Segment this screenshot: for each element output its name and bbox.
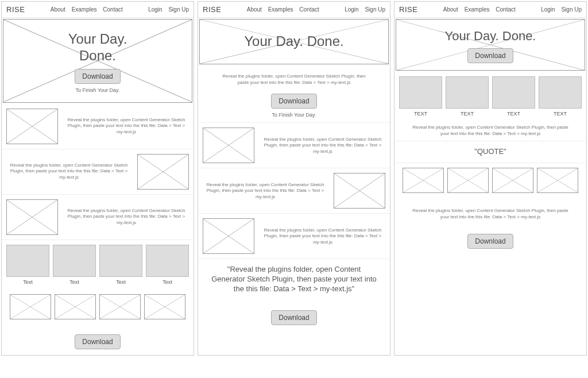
- layout-variant-3: RISE About Examples Contact Login Sign U…: [394, 1, 587, 356]
- nav-about[interactable]: About: [443, 6, 458, 13]
- login-link[interactable]: Login: [541, 6, 555, 13]
- image-placeholder: [10, 294, 51, 319]
- nav-auth: Login Sign Up: [144, 6, 189, 13]
- signup-link[interactable]: Sign Up: [365, 6, 385, 13]
- grid-caption: Text: [69, 279, 79, 285]
- grid-caption: Text: [163, 279, 172, 285]
- grid-caption: TEXT: [554, 111, 567, 117]
- nav-auth: Login Sign Up: [536, 6, 582, 13]
- cta-section: Download: [2, 324, 194, 355]
- header: RISE About Examples Contact Login Sign U…: [394, 2, 586, 18]
- thumbnail-row: [2, 290, 194, 324]
- nav-contact[interactable]: Contact: [496, 6, 515, 13]
- hero-tagline: To Finish Your Day.: [8, 87, 187, 93]
- logo: RISE: [6, 5, 25, 14]
- download-button[interactable]: Download: [75, 69, 120, 84]
- header: RISE About Examples Contact Login Sign U…: [2, 2, 194, 18]
- logo: RISE: [399, 5, 417, 14]
- layout-variant-2: RISE About Examples Contact Login Sign U…: [198, 1, 390, 356]
- feature-text: Reveal the plugins folder, open Content …: [260, 137, 385, 155]
- feature-text: Reveal the plugins folder, open Content …: [203, 182, 328, 200]
- intro-section: Reveal the plugins folder, open Content …: [198, 65, 390, 124]
- feature-grid: Text Text Text Text: [2, 240, 194, 290]
- nav-examples[interactable]: Examples: [268, 6, 293, 13]
- feature-row-3: Reveal the plugins folder, open Content …: [2, 195, 194, 240]
- feature-row-2: Reveal the plugins folder, open Content …: [198, 168, 390, 214]
- hero: Your Day. Done.: [199, 19, 389, 64]
- login-link[interactable]: Login: [345, 6, 358, 13]
- signup-link[interactable]: Sign Up: [561, 6, 582, 13]
- download-button[interactable]: Download: [271, 94, 316, 109]
- hero-title: Your Day. Done.: [204, 33, 384, 50]
- hero: Your Day. Done. Download To Finish Your …: [3, 19, 192, 103]
- thumbnail-row: [394, 163, 586, 198]
- grid-cell: [539, 76, 582, 109]
- grid-caption: TEXT: [461, 111, 474, 117]
- quote-block: "QUOTE": [394, 141, 586, 163]
- intro-text: Reveal the plugins folder, open Content …: [203, 70, 385, 90]
- login-link[interactable]: Login: [148, 6, 162, 13]
- nav-contact[interactable]: Contact: [299, 6, 319, 13]
- hero-title: Your Day. Done.: [8, 31, 187, 64]
- nav-about[interactable]: About: [51, 6, 65, 13]
- feature-row-1: Reveal the plugins folder, open Content …: [198, 123, 390, 168]
- nav-primary: About Examples Contact: [46, 6, 123, 13]
- image-placeholder: [492, 168, 533, 193]
- header: RISE About Examples Contact Login Sign U…: [198, 2, 390, 18]
- feature-text: Reveal the plugins folder, open Content …: [260, 227, 385, 245]
- nav-primary: About Examples Contact: [242, 6, 319, 13]
- feature-row-3: Reveal the plugins folder, open Content …: [198, 214, 390, 259]
- grid-cell: [492, 76, 535, 109]
- grid-cell: [146, 245, 189, 277]
- image-placeholder: [144, 294, 185, 319]
- grid-cell: [53, 245, 96, 277]
- image-placeholder: [334, 173, 385, 209]
- feature-grid: TEXT TEXT TEXT TEXT: [394, 72, 586, 121]
- image-placeholder: [537, 168, 578, 193]
- feature-row-1: Reveal the plugins folder, open Content …: [2, 104, 194, 149]
- grid-cell: [446, 76, 489, 109]
- image-placeholder: [403, 168, 444, 193]
- nav-primary: About Examples Contact: [439, 6, 516, 13]
- download-button[interactable]: Download: [271, 310, 316, 325]
- hero-title: Your Day. Done.: [401, 29, 580, 44]
- nav-examples[interactable]: Examples: [72, 6, 97, 13]
- image-placeholder: [137, 154, 189, 190]
- image-placeholder: [99, 294, 141, 319]
- image-placeholder: [55, 294, 96, 319]
- image-placeholder: [6, 199, 58, 235]
- nav-about[interactable]: About: [247, 6, 262, 13]
- grid-caption: Text: [23, 279, 33, 285]
- grid-cell: [99, 245, 142, 277]
- logo: RISE: [203, 5, 221, 14]
- grid-caption: Text: [116, 279, 126, 285]
- feature-text: Reveal the plugins folder, open Content …: [6, 163, 131, 180]
- grid-caption: TEXT: [507, 111, 520, 117]
- feature-text: Reveal the plugins folder, open Content …: [394, 121, 586, 141]
- signup-link[interactable]: Sign Up: [168, 6, 189, 13]
- image-placeholder: [6, 109, 58, 144]
- image-placeholder: [447, 168, 489, 193]
- download-button[interactable]: Download: [467, 48, 513, 63]
- quote-block: "Reveal the plugins folder, open Content…: [198, 259, 390, 300]
- hero: Your Day. Done. Download: [396, 19, 585, 71]
- nav-examples[interactable]: Examples: [465, 6, 490, 13]
- feature-text: Reveal the plugins folder, open Content …: [64, 117, 189, 135]
- cta-section: Download: [198, 300, 390, 331]
- hero-tagline: To Finish Your Day.: [203, 112, 385, 118]
- image-placeholder: [203, 128, 254, 163]
- feature-text: Reveal the plugins folder, open Content …: [394, 198, 586, 224]
- layout-variant-1: RISE About Examples Contact Login Sign U…: [1, 1, 194, 356]
- grid-caption: TEXT: [414, 111, 427, 117]
- nav-auth: Login Sign Up: [340, 6, 385, 13]
- feature-text: Reveal the plugins folder, open Content …: [64, 208, 189, 226]
- feature-row-2: Reveal the plugins folder, open Content …: [2, 149, 194, 195]
- download-button[interactable]: Download: [75, 334, 120, 349]
- cta-section: Download: [394, 223, 586, 254]
- grid-cell: [6, 245, 49, 277]
- grid-cell: [399, 76, 442, 109]
- download-button[interactable]: Download: [467, 234, 513, 249]
- nav-contact[interactable]: Contact: [103, 6, 122, 13]
- image-placeholder: [203, 218, 254, 254]
